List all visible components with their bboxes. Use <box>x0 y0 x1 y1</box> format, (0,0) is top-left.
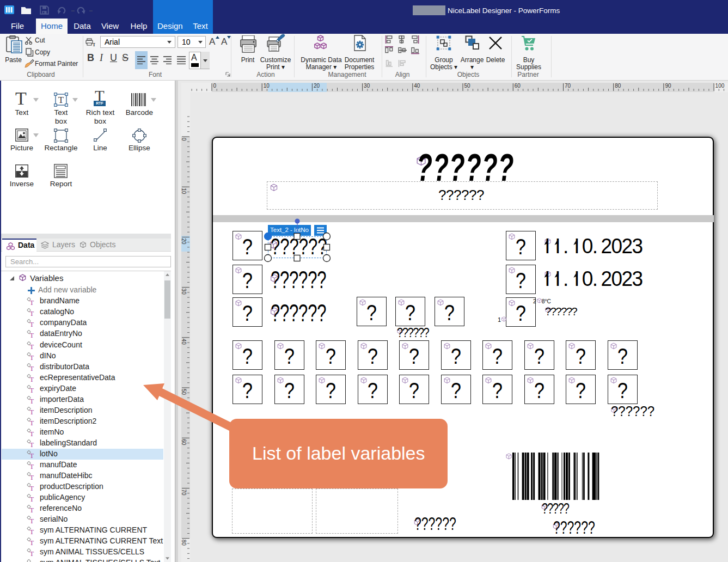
svg-text:T: T <box>30 299 34 306</box>
svg-text:50: 50 <box>464 83 471 89</box>
svg-text:80: 80 <box>615 83 621 89</box>
svg-text:T: T <box>58 95 64 105</box>
svg-text:T: T <box>30 354 34 361</box>
svg-text:T: T <box>30 398 34 404</box>
svg-text:30: 30 <box>181 289 187 295</box>
svg-text:T: T <box>30 387 34 393</box>
svg-text:70: 70 <box>565 83 571 89</box>
svg-text:T: T <box>30 506 34 513</box>
svg-text:T: T <box>30 376 34 382</box>
svg-text:T: T <box>30 430 34 437</box>
svg-text:10: 10 <box>264 83 270 89</box>
svg-text:T: T <box>30 343 34 350</box>
svg-text:10: 10 <box>181 188 187 194</box>
svg-text:T: T <box>30 496 34 502</box>
svg-text:T: T <box>30 550 34 557</box>
svg-text:T: T <box>30 452 34 459</box>
svg-text:20: 20 <box>181 238 187 245</box>
svg-text:40: 40 <box>181 339 187 345</box>
svg-text:0: 0 <box>213 83 217 89</box>
svg-text:T: T <box>30 474 34 480</box>
svg-text:T: T <box>30 485 34 491</box>
svg-text:T: T <box>30 332 34 338</box>
svg-text:T: T <box>30 441 34 448</box>
svg-text:T: T <box>30 310 34 316</box>
svg-text:T: T <box>30 528 34 535</box>
svg-text:T: T <box>30 539 34 546</box>
svg-text:20: 20 <box>314 83 320 89</box>
svg-text:T: T <box>30 408 34 415</box>
svg-text:T: T <box>30 419 34 426</box>
svg-text:T: T <box>30 463 34 469</box>
svg-text:0: 0 <box>181 138 187 141</box>
svg-text:70: 70 <box>181 490 187 496</box>
svg-text:100: 100 <box>715 83 725 89</box>
svg-text:T: T <box>30 517 34 524</box>
svg-text:T: T <box>93 42 95 46</box>
svg-text:40: 40 <box>414 83 420 89</box>
svg-text:T: T <box>30 321 34 327</box>
svg-text:30: 30 <box>364 83 370 89</box>
svg-text:90: 90 <box>665 83 671 89</box>
svg-text:T: T <box>30 365 34 371</box>
svg-text:60: 60 <box>515 83 521 89</box>
svg-text:80: 80 <box>181 540 187 546</box>
